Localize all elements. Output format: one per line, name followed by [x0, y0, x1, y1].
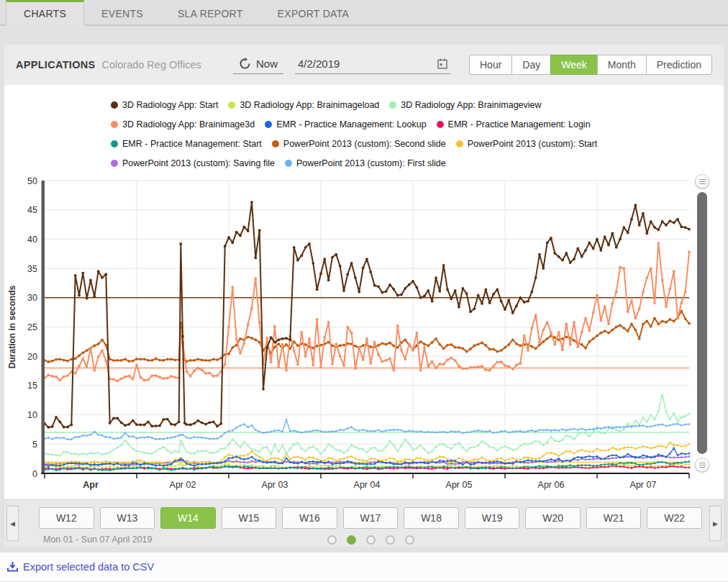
- legend-label: PowerPoint 2013 (custom): Second slide: [283, 138, 446, 150]
- export-label: Export selected data to CSV: [23, 561, 154, 573]
- chart-legend: 3D Radiology App: Start3D Radiology App:…: [111, 99, 645, 169]
- svg-text:Apr 03: Apr 03: [262, 480, 288, 490]
- legend-dot: [111, 140, 118, 147]
- tab-bar: CHARTSEVENTSSLA REPORTEXPORT DATA: [0, 0, 728, 26]
- week-button-w18[interactable]: W18: [404, 507, 459, 529]
- selected-week-range-label: Mon 01 - Sun 07 April 2019: [43, 535, 153, 545]
- export-bar: Export selected data to CSV: [0, 553, 728, 581]
- svg-text:15: 15: [27, 381, 37, 391]
- week-button-w12[interactable]: W12: [39, 507, 94, 529]
- legend-item-3d-radiology-app-brainimageview[interactable]: 3D Radiology App: Brainimageview: [389, 99, 541, 111]
- refresh-icon: [239, 58, 251, 70]
- week-button-w19[interactable]: W19: [465, 507, 520, 529]
- week-selector-panel: ◀ W12W13W14W15W16W17W18W19W20W21W22 Mon …: [4, 499, 724, 547]
- now-label: Now: [256, 58, 278, 70]
- chart-scrollbar-thumb[interactable]: [697, 192, 707, 454]
- svg-text:35: 35: [27, 264, 37, 274]
- legend-dot: [111, 121, 118, 128]
- svg-text:40: 40: [27, 235, 37, 245]
- svg-text:45: 45: [27, 205, 37, 215]
- range-button-day[interactable]: Day: [511, 55, 551, 75]
- week-page-dot-1[interactable]: [327, 535, 337, 545]
- range-button-month[interactable]: Month: [597, 55, 647, 75]
- tab-list: CHARTSEVENTSSLA REPORTEXPORT DATA: [6, 0, 366, 24]
- legend-label: PowerPoint 2013 (custom): Start: [468, 138, 598, 150]
- legend-item-3d-radiology-app-brainimage3d[interactable]: 3D Radiology App: Brainimage3d: [111, 119, 255, 130]
- legend-dot: [265, 121, 272, 128]
- week-button-w21[interactable]: W21: [586, 507, 642, 529]
- series-powerpoint-2013-custom-second-slide: [43, 310, 691, 363]
- export-csv-link[interactable]: Export selected data to CSV: [7, 561, 154, 573]
- legend-label: EMR - Practice Management: Lookup: [276, 119, 426, 130]
- legend-item-emr-practice-management-start[interactable]: EMR - Practice Management: Start: [111, 138, 262, 150]
- range-button-prediction[interactable]: Prediction: [646, 55, 712, 75]
- legend-label: PowerPoint 2013 (custom): Saving file: [122, 158, 275, 169]
- chart-scroll-top-button[interactable]: [695, 174, 709, 188]
- legend-label: 3D Radiology App: Brainimageview: [401, 99, 541, 111]
- week-page-dot-5[interactable]: [405, 535, 414, 545]
- legend-item-powerpoint-2013-custom-start[interactable]: PowerPoint 2013 (custom): Start: [456, 138, 598, 150]
- legend-label: 3D Radiology App: Brainimageload: [240, 99, 379, 111]
- legend-item-powerpoint-2013-custom-second-slide[interactable]: PowerPoint 2013 (custom): Second slide: [272, 138, 446, 150]
- svg-text:Apr 07: Apr 07: [630, 480, 657, 490]
- legend-dot: [272, 140, 279, 147]
- calendar-icon: [437, 58, 447, 69]
- week-page-dot-4[interactable]: [386, 535, 395, 545]
- tab-events[interactable]: EVENTS: [84, 0, 160, 24]
- legend-item-powerpoint-2013-custom-saving-file[interactable]: PowerPoint 2013 (custom): Saving file: [111, 158, 275, 169]
- x-axis-labels: AprApr 02Apr 03Apr 04Apr 05Apr 06Apr 07: [83, 480, 656, 490]
- legend-item-3d-radiology-app-start[interactable]: 3D Radiology App: Start: [111, 99, 218, 111]
- svg-text:20: 20: [27, 352, 37, 362]
- week-page-dot-3[interactable]: [366, 535, 376, 545]
- legend-item-3d-radiology-app-brainimageload[interactable]: 3D Radiology App: Brainimageload: [228, 99, 379, 111]
- week-meta-row: Mon 01 - Sun 07 April 2019: [39, 534, 702, 545]
- legend-label: EMR - Practice Management: Login: [448, 119, 591, 130]
- chart-scroll-bottom-button[interactable]: [695, 458, 709, 472]
- week-button-w16[interactable]: W16: [282, 507, 337, 529]
- tab-sla-report[interactable]: SLA REPORT: [160, 0, 260, 24]
- legend-dot: [111, 101, 118, 109]
- svg-text:Apr 02: Apr 02: [170, 480, 196, 490]
- page-title: APPLICATIONS: [16, 59, 95, 71]
- range-button-hour[interactable]: Hour: [469, 55, 512, 75]
- range-button-week[interactable]: Week: [550, 55, 598, 75]
- svg-text:Apr 05: Apr 05: [446, 480, 473, 490]
- chart-area: 05101520253035404550Duration in secondsA…: [4, 174, 724, 499]
- week-page-dot-2[interactable]: [347, 535, 356, 545]
- week-button-w13[interactable]: W13: [100, 507, 155, 529]
- svg-text:10: 10: [27, 410, 37, 420]
- week-button-w17[interactable]: W17: [343, 507, 399, 529]
- duration-chart: 05101520253035404550Duration in secondsA…: [4, 174, 693, 499]
- legend-dot: [456, 140, 463, 147]
- legend-dot: [389, 101, 396, 109]
- chart-scrollbar: [693, 174, 712, 476]
- week-next-button[interactable]: ▶: [709, 506, 722, 541]
- week-button-w20[interactable]: W20: [525, 507, 581, 529]
- legend-label: 3D Radiology App: Start: [122, 99, 218, 111]
- legend-item-powerpoint-2013-custom-first-slide[interactable]: PowerPoint 2013 (custom): First slide: [285, 158, 446, 169]
- legend-item-emr-practice-management-login[interactable]: EMR - Practice Management: Login: [437, 119, 591, 130]
- week-button-w15[interactable]: W15: [222, 507, 277, 529]
- series-powerpoint-2013-custom-start: [44, 442, 691, 467]
- legend-dot: [111, 160, 118, 167]
- legend-label: 3D Radiology App: Brainimage3d: [122, 119, 255, 130]
- chart-toolbar: APPLICATIONS Colorado Reg Offices Now 4/…: [4, 45, 724, 85]
- y-axis-labels: 05101520253035404550: [27, 176, 37, 479]
- tab-export-data[interactable]: EXPORT DATA: [260, 0, 367, 24]
- tab-charts[interactable]: CHARTS: [6, 0, 84, 26]
- legend-dot: [285, 160, 292, 167]
- series-powerpoint-2013-custom-first-slide: [44, 419, 691, 440]
- legend-item-emr-practice-management-lookup[interactable]: EMR - Practice Management: Lookup: [265, 119, 426, 130]
- svg-text:5: 5: [32, 440, 37, 450]
- time-range-group: HourDayWeekMonthPrediction: [469, 55, 712, 75]
- svg-text:Apr: Apr: [83, 480, 99, 490]
- legend-label: EMR - Practice Management: Start: [122, 138, 262, 150]
- refresh-now-button[interactable]: Now: [233, 56, 283, 74]
- svg-text:Apr 04: Apr 04: [354, 480, 381, 490]
- week-button-w22[interactable]: W22: [647, 507, 702, 529]
- legend-dot: [228, 101, 235, 109]
- date-picker-field[interactable]: 4/2/2019: [295, 56, 450, 74]
- download-icon: [7, 562, 18, 572]
- week-prev-button[interactable]: ◀: [6, 506, 19, 541]
- week-button-w14[interactable]: W14: [160, 507, 216, 529]
